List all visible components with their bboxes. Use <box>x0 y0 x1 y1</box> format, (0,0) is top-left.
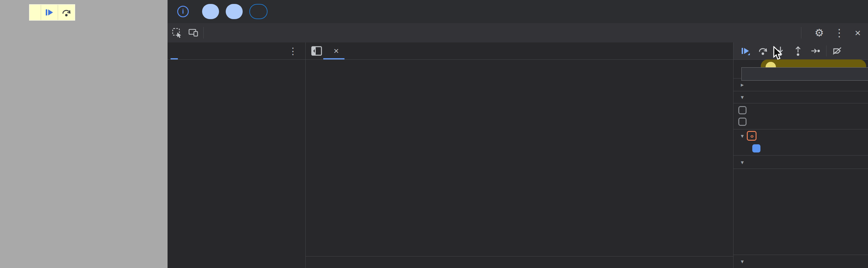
pause-uncaught-checkbox[interactable] <box>738 106 746 114</box>
settings-gear-icon[interactable]: ⚙ <box>815 27 824 38</box>
resume-icon <box>45 8 54 17</box>
divider <box>734 129 868 129</box>
debugger-toolbar <box>734 42 868 60</box>
divider <box>734 155 868 155</box>
code-area[interactable] <box>306 60 733 256</box>
script-file-icon: ‹› <box>747 131 756 141</box>
chevron-down-icon[interactable]: ▾ <box>738 258 747 265</box>
divider <box>734 169 868 169</box>
tab-page[interactable] <box>167 42 181 59</box>
toggle-device-toolbar-button[interactable] <box>186 26 200 40</box>
breakpoint-entry-row[interactable] <box>734 142 868 155</box>
breakpoint-group-row[interactable]: ▾ ‹› <box>734 130 868 142</box>
step-icon <box>810 46 821 56</box>
resume-icon <box>740 46 750 56</box>
pause-caught-row <box>734 116 868 127</box>
file-tree <box>167 60 305 63</box>
step-out-button[interactable] <box>789 42 807 59</box>
section-scope[interactable]: ▾ <box>734 156 868 169</box>
screen: i ⚙ ⋮ × <box>0 0 868 268</box>
more-options-icon[interactable]: ⋮ <box>834 27 844 38</box>
chevron-down-icon[interactable]: ▾ <box>738 159 747 166</box>
section-call-stack[interactable]: ▾ <box>734 255 868 268</box>
pause-caught-checkbox[interactable] <box>738 118 746 126</box>
resume-button[interactable] <box>737 42 754 59</box>
close-devtools-icon[interactable]: × <box>855 27 861 38</box>
step-over-button[interactable] <box>754 42 772 59</box>
step-button[interactable] <box>807 42 825 59</box>
chevron-down-icon[interactable]: ▾ <box>738 94 747 101</box>
code-editor: × <box>306 42 733 268</box>
switch-devtools-japanese-button[interactable] <box>226 4 243 19</box>
chevron-right-icon[interactable]: ▸ <box>738 81 747 88</box>
dont-show-again-button[interactable] <box>249 4 268 19</box>
divider <box>734 103 868 103</box>
step-over-button[interactable] <box>58 5 74 20</box>
divider <box>203 27 204 38</box>
editor-tab-strip: × <box>306 42 733 60</box>
paused-banner-label <box>30 5 40 20</box>
file-navigator: ⋮ <box>167 42 305 268</box>
paused-in-debugger-banner <box>29 4 75 21</box>
editor-tab-scriptjs[interactable]: × <box>323 42 344 59</box>
divider <box>826 46 827 56</box>
step-over-icon <box>758 46 768 56</box>
sources-panel: ⋮ × <box>167 42 868 268</box>
devtools-toolbar: ⚙ ⋮ × <box>167 23 868 42</box>
navigator-tabs: ⋮ <box>167 42 305 60</box>
deactivate-breakpoints-button[interactable] <box>828 42 846 59</box>
info-icon: i <box>177 6 189 17</box>
inspect-icon <box>172 27 182 38</box>
step-into-tooltip <box>741 67 868 81</box>
step-out-icon <box>793 46 803 56</box>
close-tab-icon[interactable]: × <box>334 46 339 56</box>
panel-divider[interactable] <box>305 42 306 268</box>
toolbar-right: ⚙ ⋮ × <box>798 27 868 38</box>
tab-workspace[interactable] <box>181 42 194 59</box>
editor-status-bar <box>306 256 733 268</box>
chevron-down-icon[interactable]: ▾ <box>738 132 747 140</box>
resume-script-button[interactable] <box>41 5 58 20</box>
navigator-menu-icon[interactable]: ⋮ <box>288 46 305 56</box>
devtools-window: i ⚙ ⋮ × <box>167 0 868 268</box>
collapse-sidebar-button[interactable] <box>310 45 323 57</box>
device-toolbar-icon <box>188 27 199 38</box>
panel-divider[interactable] <box>733 42 734 268</box>
match-chrome-language-button[interactable] <box>202 4 219 19</box>
inspect-element-button[interactable] <box>170 26 184 40</box>
debugger-sidebar: ▸ ▾ ▾ <box>734 42 868 268</box>
pause-uncaught-row <box>734 104 868 116</box>
mouse-cursor <box>772 46 785 61</box>
deactivate-breakpoints-icon <box>832 46 842 56</box>
collapse-panel-icon <box>311 46 322 56</box>
breakpoint-checkbox[interactable] <box>752 144 761 152</box>
notification-bar: i <box>167 0 868 23</box>
section-breakpoints[interactable]: ▾ <box>734 91 868 103</box>
step-over-icon <box>62 7 71 17</box>
divider <box>801 27 801 38</box>
